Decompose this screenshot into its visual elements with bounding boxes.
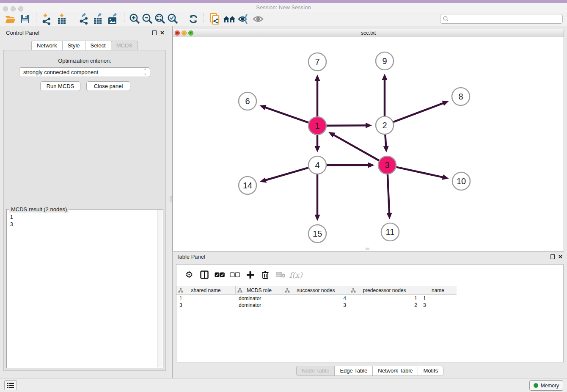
table-panel-close-icon[interactable]: ✕: [558, 254, 563, 259]
open-session-icon[interactable]: [3, 12, 18, 26]
result-scrollbar[interactable]: [157, 210, 162, 367]
graph-edge-3-10[interactable]: [396, 167, 443, 177]
table-cell[interactable]: 3: [283, 302, 349, 309]
tab-select[interactable]: Select: [85, 41, 111, 50]
export-network-icon[interactable]: [77, 12, 91, 26]
app-zoom-icon[interactable]: [18, 6, 23, 11]
graph-arrowhead: [387, 213, 392, 219]
tab-network[interactable]: Network: [31, 41, 62, 50]
graph-edge-4-14[interactable]: [264, 168, 308, 180]
graph-node-label: 15: [313, 229, 322, 238]
network-close-icon[interactable]: ✕: [175, 30, 180, 36]
hide-graphics-details-icon[interactable]: [237, 12, 251, 26]
control-panel-close-icon[interactable]: ✕: [160, 30, 165, 36]
control-panel-float-icon[interactable]: [152, 30, 157, 35]
tab-mcds[interactable]: MCDS: [111, 41, 138, 50]
search-input[interactable]: [449, 15, 562, 23]
graph-edge-1-2[interactable]: [327, 125, 367, 126]
canvas-grip[interactable]: [366, 248, 369, 250]
select-all-columns-icon[interactable]: [212, 268, 227, 282]
network-window-titlebar[interactable]: ✕ − + scc.txt: [173, 29, 564, 37]
import-table-icon[interactable]: [55, 12, 69, 26]
column-header-shared-name[interactable]: shared name: [176, 286, 236, 294]
network-canvas[interactable]: 7968124314101511: [173, 37, 564, 251]
network-graph[interactable]: 7968124314101511: [173, 37, 564, 251]
import-network-icon[interactable]: [40, 12, 55, 26]
table-cell[interactable]: 1: [420, 295, 456, 302]
table-cell[interactable]: dominator: [236, 302, 283, 309]
app-minimize-icon[interactable]: [11, 6, 16, 11]
run-mcds-button[interactable]: Run MCDS: [40, 81, 80, 91]
graph-node-label: 6: [245, 97, 250, 106]
table-body: 1dominator4113dominator323: [176, 295, 457, 309]
memory-status-icon: [534, 383, 538, 388]
memory-button[interactable]: Memory: [529, 380, 563, 391]
delete-table-icon[interactable]: [273, 268, 288, 282]
graph-edge-2-8[interactable]: [394, 103, 444, 122]
close-panel-button[interactable]: Close panel: [86, 81, 130, 91]
table-cell[interactable]: 3: [176, 302, 236, 309]
graph-node-label: 10: [457, 177, 466, 186]
column-header-mcds-role[interactable]: MCDS role: [236, 286, 283, 294]
table-cell[interactable]: dominator: [236, 295, 283, 302]
graph-edge-3-11[interactable]: [388, 174, 389, 214]
column-header-successor-nodes[interactable]: successor nodes: [283, 286, 349, 294]
delete-column-icon[interactable]: [258, 268, 273, 282]
graph-arrowhead: [442, 101, 449, 106]
tab-node-table[interactable]: Node Table: [296, 366, 335, 376]
column-header-predecessor-nodes[interactable]: predecessor nodes: [349, 286, 420, 294]
network-from-selection-icon[interactable]: [208, 12, 222, 26]
tab-motifs[interactable]: Motifs: [418, 366, 443, 376]
graph-edge-2-3[interactable]: [385, 135, 386, 147]
table-cell[interactable]: 4: [283, 295, 349, 302]
mcds-result-title: MCDS result (2 nodes): [9, 206, 69, 213]
graph-node-label: 1: [315, 121, 319, 130]
show-graphics-details-icon[interactable]: [251, 12, 265, 26]
save-session-icon[interactable]: [18, 12, 32, 26]
network-minimize-icon[interactable]: −: [182, 30, 187, 36]
graph-node-label: 3: [385, 160, 389, 170]
table-cell[interactable]: 1: [176, 295, 236, 302]
table-cell[interactable]: 2: [349, 302, 420, 309]
table-toolbar: ⚙ f(x): [176, 265, 563, 285]
app-title: Session: New Session: [256, 4, 311, 11]
unselect-all-columns-icon[interactable]: [227, 268, 242, 282]
table-settings-gear-icon[interactable]: ⚙: [182, 268, 197, 282]
tab-edge-table[interactable]: Edge Table: [334, 366, 372, 376]
zoom-in-icon[interactable]: [128, 12, 141, 26]
table-cell[interactable]: 1: [349, 295, 420, 302]
add-column-icon[interactable]: [242, 268, 258, 282]
table-row[interactable]: 3dominator323: [176, 302, 457, 309]
home-layout-icon[interactable]: [222, 12, 237, 26]
tab-network-table[interactable]: Network Table: [372, 366, 418, 376]
zoom-fit-icon[interactable]: [154, 12, 166, 26]
mcds-result-line: 1: [10, 214, 13, 221]
show-columns-icon[interactable]: [197, 268, 212, 282]
control-panel-tabs: Network Style Select MCDS: [0, 41, 169, 50]
panel-divider[interactable]: [169, 26, 173, 378]
table-row[interactable]: 1dominator411: [176, 295, 457, 302]
graph-arrowhead: [315, 75, 320, 81]
zoom-out-icon[interactable]: [141, 12, 154, 26]
table-cell[interactable]: 3: [420, 302, 456, 309]
zoom-selected-icon[interactable]: [166, 12, 179, 26]
tab-style[interactable]: Style: [62, 41, 85, 50]
function-builder-icon[interactable]: f(x): [288, 268, 303, 282]
column-header-name[interactable]: name: [420, 286, 456, 294]
export-table-icon[interactable]: [91, 12, 106, 26]
task-history-button[interactable]: [4, 380, 17, 390]
graph-arrowhead: [315, 215, 320, 221]
table-panel: Table Panel ✕ ⚙: [173, 252, 567, 377]
divider-grip[interactable]: [170, 196, 172, 202]
network-maximize-icon[interactable]: +: [188, 30, 193, 36]
search-field[interactable]: [440, 14, 563, 24]
graph-edge-3-1[interactable]: [333, 135, 379, 161]
table-panel-float-icon[interactable]: [550, 254, 555, 259]
network-window: ✕ − + scc.txt 7968124314101511: [173, 29, 564, 251]
export-image-icon[interactable]: [106, 12, 120, 26]
criterion-select[interactable]: strongly connected component ⌃⌄: [19, 67, 150, 77]
refresh-icon[interactable]: [187, 12, 200, 26]
app-close-icon[interactable]: [3, 6, 8, 11]
graph-edge-1-6[interactable]: [264, 107, 309, 123]
graph-arrowhead: [259, 105, 266, 110]
